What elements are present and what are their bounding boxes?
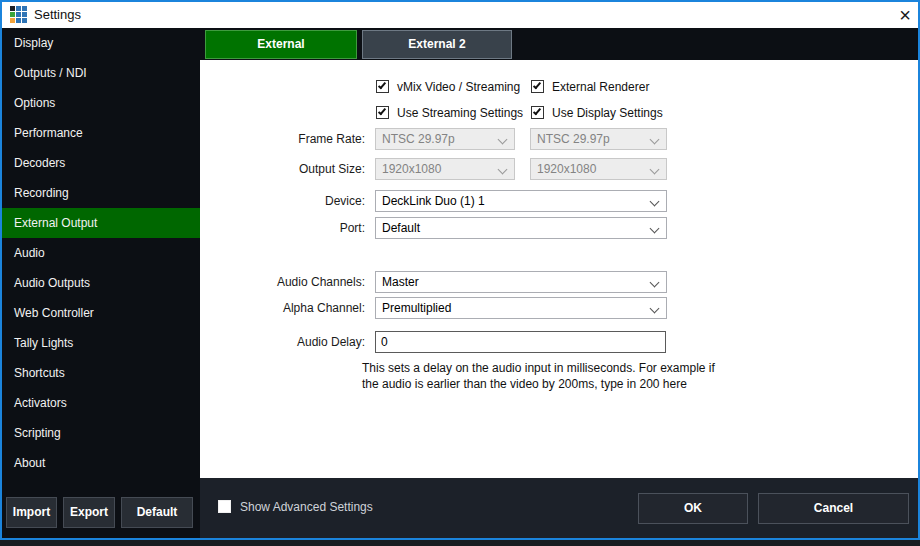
logo-square	[16, 6, 21, 11]
import-button[interactable]: Import	[6, 497, 57, 528]
logo-square	[22, 12, 27, 17]
ok-button[interactable]: OK	[638, 493, 748, 524]
port-value: Default	[382, 221, 420, 235]
device-select[interactable]: DeckLink Duo (1) 1	[375, 190, 667, 212]
vmix-logo-icon	[10, 6, 29, 25]
alpha-channel-label: Alpha Channel:	[200, 297, 365, 319]
chevron-down-icon	[498, 135, 508, 145]
output-size-value-2: 1920x1080	[537, 162, 596, 176]
logo-square	[16, 12, 21, 17]
show-advanced-settings-checkbox[interactable]	[218, 500, 231, 513]
sidebar-item-about[interactable]: About	[2, 448, 200, 478]
chevron-down-icon	[650, 197, 660, 207]
sidebar-item-tally-lights[interactable]: Tally Lights	[2, 328, 200, 358]
port-select[interactable]: Default	[375, 217, 667, 239]
audio-channels-label: Audio Channels:	[200, 271, 365, 293]
help-line-1: This sets a delay on the audio input in …	[362, 360, 722, 376]
output-size-label: Output Size:	[200, 158, 365, 180]
chevron-down-icon	[650, 304, 660, 314]
sidebar-item-audio[interactable]: Audio	[2, 238, 200, 268]
sidebar-item-audio-outputs[interactable]: Audio Outputs	[2, 268, 200, 298]
show-advanced-settings-label: Show Advanced Settings	[240, 500, 373, 514]
chevron-down-icon	[650, 278, 660, 288]
sidebar-item-scripting[interactable]: Scripting	[2, 418, 200, 448]
default-button[interactable]: Default	[121, 497, 193, 528]
checkmark-icon	[533, 81, 541, 90]
frame-rate-value-1: NTSC 29.97p	[382, 132, 455, 146]
footer-bar: Show Advanced Settings OK Cancel	[200, 478, 918, 538]
sidebar-item-recording[interactable]: Recording	[2, 178, 200, 208]
use-streaming-settings-label: Use Streaming Settings	[397, 106, 523, 120]
external-renderer-checkbox[interactable]	[531, 80, 544, 93]
frame-rate-value-2: NTSC 29.97p	[537, 132, 610, 146]
desktop-background	[0, 540, 920, 546]
chevron-down-icon	[650, 165, 660, 175]
output-size-select-1[interactable]: 1920x1080	[375, 158, 515, 180]
audio-channels-select[interactable]: Master	[375, 271, 667, 293]
sidebar-item-web-controller[interactable]: Web Controller	[2, 298, 200, 328]
window-title: Settings	[34, 2, 81, 28]
output-size-select-2[interactable]: 1920x1080	[530, 158, 667, 180]
help-line-2: the audio is earlier than the video by 2…	[362, 376, 722, 392]
port-label: Port:	[200, 217, 365, 239]
sidebar-item-display[interactable]: Display	[2, 28, 200, 58]
chevron-down-icon	[650, 135, 660, 145]
audio-delay-label: Audio Delay:	[200, 331, 365, 353]
chevron-down-icon	[650, 224, 660, 234]
audio-channels-value: Master	[382, 275, 419, 289]
use-streaming-settings-checkbox[interactable]	[376, 106, 389, 119]
tab-external[interactable]: External	[205, 30, 357, 59]
checkmark-icon	[378, 81, 386, 90]
sidebar-item-options[interactable]: Options	[2, 88, 200, 118]
use-display-settings-label: Use Display Settings	[552, 106, 663, 120]
sidebar-item-shortcuts[interactable]: Shortcuts	[2, 358, 200, 388]
frame-rate-select-1[interactable]: NTSC 29.97p	[375, 128, 515, 150]
logo-square	[10, 12, 15, 17]
audio-delay-input[interactable]	[375, 331, 666, 353]
sidebar-item-decoders[interactable]: Decoders	[2, 148, 200, 178]
device-label: Device:	[200, 190, 365, 212]
logo-square	[10, 18, 15, 23]
frame-rate-label: Frame Rate:	[200, 128, 365, 150]
external-renderer-label: External Renderer	[552, 80, 649, 94]
titlebar: Settings ×	[2, 2, 918, 28]
logo-square	[22, 18, 27, 23]
tab-external-2[interactable]: External 2	[362, 30, 512, 59]
checkmark-icon	[533, 107, 541, 116]
alpha-channel-value: Premultiplied	[382, 301, 451, 315]
sidebar-item-external-output[interactable]: External Output	[2, 208, 200, 238]
sidebar-item-outputs-ndi[interactable]: Outputs / NDI	[2, 58, 200, 88]
device-value: DeckLink Duo (1) 1	[382, 194, 485, 208]
export-button[interactable]: Export	[63, 497, 115, 528]
checkmark-icon	[378, 107, 386, 116]
logo-square	[16, 18, 21, 23]
app-body: Display Outputs / NDI Options Performanc…	[2, 28, 918, 538]
use-display-settings-checkbox[interactable]	[531, 106, 544, 119]
output-size-value-1: 1920x1080	[382, 162, 441, 176]
settings-panel: vMix Video / Streaming External Renderer…	[200, 60, 918, 478]
audio-delay-help-text: This sets a delay on the audio input in …	[362, 360, 722, 392]
vmix-video-streaming-checkbox[interactable]	[376, 80, 389, 93]
sidebar-item-activators[interactable]: Activators	[2, 388, 200, 418]
chevron-down-icon	[498, 165, 508, 175]
frame-rate-select-2[interactable]: NTSC 29.97p	[530, 128, 667, 150]
logo-square	[22, 6, 27, 11]
close-icon[interactable]: ×	[892, 4, 918, 28]
cancel-button[interactable]: Cancel	[758, 493, 909, 524]
logo-square	[10, 6, 15, 11]
sidebar-item-performance[interactable]: Performance	[2, 118, 200, 148]
vmix-video-streaming-label: vMix Video / Streaming	[397, 80, 520, 94]
alpha-channel-select[interactable]: Premultiplied	[375, 297, 667, 319]
